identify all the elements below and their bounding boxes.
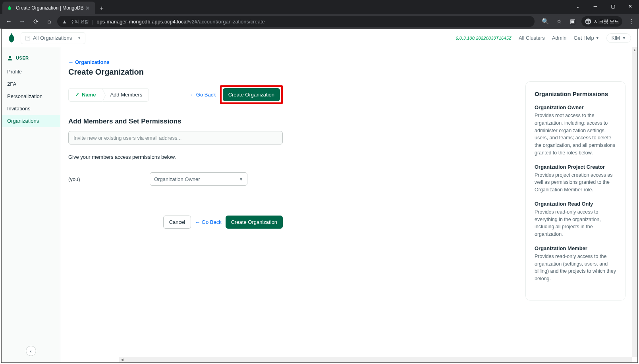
role-select[interactable]: Organization Owner ▼ [150,172,247,186]
all-clusters-link[interactable]: All Clusters [519,35,545,41]
address-bar[interactable]: ▲ 주의 요함 | ops-manager-mongodb.apps.ocp4.… [57,16,535,27]
new-tab-button[interactable]: + [95,2,108,14]
get-help-menu[interactable]: Get Help ▼ [574,35,599,41]
permission-role-name: Organization Read Only [535,201,616,207]
org-switcher[interactable]: All Organizations ▼ [21,32,85,44]
scroll-up-icon: ▲ [632,47,637,53]
svg-rect-4 [27,37,27,38]
permission-role-name: Organization Project Creator [535,164,616,170]
permissions-panel: Organization Permissions Organization Ow… [525,81,625,300]
arrow-left-icon: ← [195,219,200,225]
admin-link[interactable]: Admin [552,35,567,41]
get-help-label: Get Help [574,35,594,41]
search-icon[interactable]: 🔍 [541,17,550,26]
collapse-sidebar-button[interactable]: ‹ [26,346,36,356]
arrow-left-icon: ← [68,59,73,65]
breadcrumb-back-link[interactable]: ←Organizations [68,59,283,65]
role-selected-value: Organization Owner [154,176,200,182]
create-organization-button-bottom[interactable]: Create Organization [226,216,283,229]
mongodb-leaf-icon [6,5,13,11]
permission-role: Organization Read Only Provides read-onl… [535,201,616,238]
you-label: (you) [68,176,150,182]
permission-role-desc: Provides read-only access to the organiz… [535,253,616,283]
annotation-highlight: Create Organization [220,85,283,104]
home-icon[interactable]: ⌂ [44,16,55,27]
tab-title: Create Organization | MongoDB [16,5,84,11]
svg-point-1 [586,21,588,23]
wizard-step-name[interactable]: ✓ Name [69,89,102,101]
svg-point-0 [585,19,591,25]
permission-role: Organization Project Creator Provides pr… [535,164,616,194]
incognito-badge: 시크릿 모드 [581,16,622,27]
permissions-helper-text: Give your members access permissions bel… [68,154,283,165]
panel-icon[interactable]: ▣ [568,17,577,26]
back-icon[interactable]: ← [3,16,14,27]
tab-strip: Create Organization | MongoDB ✕ + ⌄ ─ ▢ … [0,0,639,14]
sidebar-item-invitations[interactable]: Invitations [2,102,60,115]
sidebar-item-profile[interactable]: Profile [2,65,60,78]
section-title: Add Members and Set Permissions [68,117,283,125]
sidebar-item-personalization[interactable]: Personalization [2,90,60,102]
go-back-link-top[interactable]: ← Go Back [189,92,216,98]
svg-rect-5 [28,37,29,38]
close-icon[interactable]: ✕ [84,4,91,12]
member-row-you: (you) Organization Owner ▼ [68,172,283,193]
footer-actions: Cancel ← Go Back Create Organization [68,216,283,229]
browser-tab[interactable]: Create Organization | MongoDB ✕ [2,2,95,14]
mongodb-logo-icon[interactable] [8,33,15,43]
maximize-icon[interactable]: ▢ [604,0,622,13]
building-icon [25,35,31,41]
go-back-label: Go Back [196,92,216,98]
go-back-link-bottom[interactable]: ← Go Back [195,219,221,225]
arrow-left-icon: ← [189,92,195,98]
incognito-label: 시크릿 모드 [594,18,619,25]
window-dropdown-icon[interactable]: ⌄ [569,0,587,13]
permission-role-desc: Provides read-only access to everything … [535,208,616,238]
permission-role-desc: Provides root access to the organization… [535,112,616,157]
wizard-steps: ✓ Name Add Members [68,88,149,102]
cancel-button[interactable]: Cancel [163,216,191,229]
url-path: /v2#/account/organizations/create [187,19,264,25]
chevron-down-icon: ▼ [77,36,81,40]
scroll-left-icon: ◀ [119,358,125,362]
bookmark-icon[interactable]: ☆ [554,17,564,26]
user-menu[interactable]: KIM ▼ [606,33,631,43]
svg-point-2 [588,21,590,23]
horizontal-scrollbar[interactable]: ◀ [119,357,632,362]
main-content: ←Organizations Create Organization ✓ Nam… [60,47,637,362]
app-topbar: All Organizations ▼ 6.0.3.100.20220830T1… [2,29,637,47]
sidebar: USER Profile 2FA Personalization Invitat… [2,47,60,362]
reload-icon[interactable]: ⟳ [30,16,41,27]
window-close-icon[interactable]: ✕ [622,0,639,13]
vertical-scrollbar[interactable]: ▲ [632,47,637,357]
svg-rect-3 [26,36,30,40]
wizard-step-name-label: Name [82,92,96,98]
create-organization-button-top[interactable]: Create Organization [223,88,280,101]
wizard-step-add-members[interactable]: Add Members [102,89,149,101]
org-switcher-label: All Organizations [33,35,72,41]
sidebar-item-2fa[interactable]: 2FA [2,78,60,90]
permission-role-name: Organization Member [535,245,616,251]
chevron-left-icon: ‹ [30,348,31,354]
chevron-down-icon: ▼ [596,36,599,40]
chevron-down-icon: ▼ [239,177,243,181]
sidebar-heading: USER [2,55,60,65]
version-string: 6.0.3.100.20220830T1645Z [456,36,512,40]
page-title: Create Organization [68,67,283,77]
not-secure-icon: ▲ [62,19,67,25]
permission-role-name: Organization Owner [535,104,616,110]
kebab-icon[interactable]: ⋮ [626,17,636,26]
invite-members-input[interactable] [68,131,283,144]
forward-icon: → [17,16,28,27]
browser-chrome: Create Organization | MongoDB ✕ + ⌄ ─ ▢ … [0,0,639,29]
sidebar-heading-text: USER [16,56,29,60]
window-controls: ⌄ ─ ▢ ✕ [569,0,639,14]
permission-role-desc: Provides project creation access as well… [535,171,616,194]
check-icon: ✓ [75,92,79,98]
sidebar-item-organizations[interactable]: Organizations [2,115,60,127]
address-row: ← → ⟳ ⌂ ▲ 주의 요함 | ops-manager-mongodb.ap… [0,14,639,29]
breadcrumb-label: Organizations [75,59,110,65]
permissions-panel-title: Organization Permissions [535,91,616,97]
security-label: 주의 요함 [70,19,89,25]
minimize-icon[interactable]: ─ [587,0,604,13]
